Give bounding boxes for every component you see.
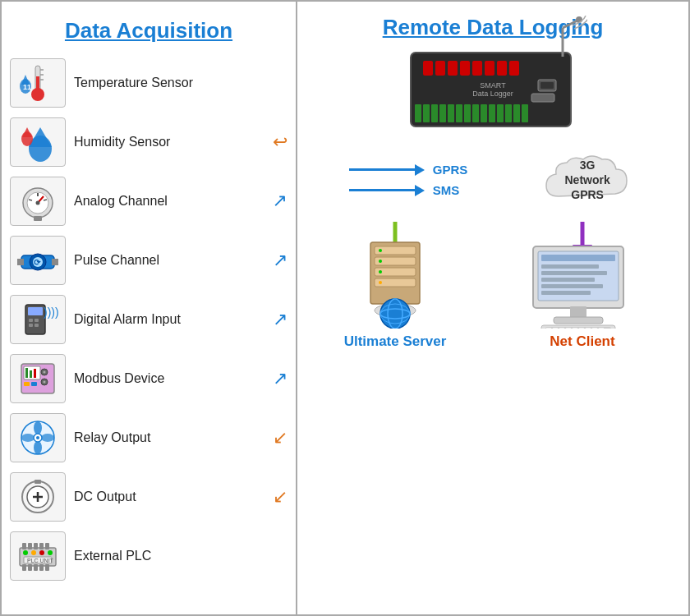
cloud-shape: 3G Network GPRS	[538, 151, 637, 209]
svg-rect-44	[31, 382, 37, 386]
svg-rect-85	[509, 61, 519, 76]
svg-rect-2	[36, 76, 39, 93]
dc-output-icon-box	[10, 472, 66, 522]
svg-point-114	[379, 270, 382, 274]
svg-rect-96	[464, 104, 471, 122]
dc-output-label: DC Output	[74, 490, 269, 504]
network-line1: 3G Network	[564, 159, 610, 186]
svg-point-71	[48, 550, 53, 555]
svg-rect-141	[586, 328, 591, 329]
client-visual	[517, 222, 648, 329]
digital-arrow-icon: ↗	[273, 309, 288, 330]
svg-rect-25	[17, 259, 24, 265]
cloud-text: 3G Network GPRS	[563, 158, 612, 203]
svg-rect-126	[541, 264, 599, 269]
svg-rect-137	[559, 328, 564, 329]
relay-output-label: Relay Output	[74, 430, 269, 445]
svg-rect-98	[481, 104, 487, 122]
list-item: Humidity Sensor ↩	[10, 116, 288, 168]
list-item: Modbus Device ↗	[10, 352, 288, 405]
svg-point-46	[34, 421, 42, 434]
svg-rect-102	[513, 104, 520, 122]
svg-text:SMART: SMART	[480, 81, 506, 90]
sms-arrow-row: SMS	[349, 183, 468, 197]
sms-arrow	[349, 185, 425, 196]
svg-rect-81	[460, 61, 470, 76]
svg-rect-90	[415, 104, 421, 122]
temperature-sensor-icon: 11	[17, 62, 58, 104]
svg-rect-91	[423, 104, 430, 122]
svg-rect-143	[599, 328, 604, 329]
svg-rect-132	[554, 317, 603, 324]
svg-rect-130	[541, 291, 591, 295]
svg-rect-78	[423, 61, 433, 76]
computer-svg	[517, 238, 640, 329]
svg-rect-103	[522, 104, 528, 122]
svg-rect-56	[34, 480, 41, 484]
relay-output-icon	[17, 416, 58, 459]
svg-text:11: 11	[23, 83, 31, 91]
digital-alarm-icon-box: ))))	[10, 295, 66, 344]
gprs-arrow	[349, 164, 425, 176]
svg-rect-60	[34, 543, 38, 549]
svg-rect-104	[531, 94, 554, 102]
left-title: Data Acquisition	[2, 10, 296, 57]
list-item: )))) Digital Alarm Input ↗	[10, 293, 288, 346]
svg-rect-129	[541, 284, 603, 288]
list-item: DC Output ↙	[10, 471, 288, 523]
gprs-label: GPRS	[433, 163, 468, 177]
digital-alarm-label: Digital Alarm Input	[74, 312, 269, 327]
pulse-channel-label: Pulse Channel	[74, 253, 269, 268]
list-item: ⟳ Pulse Channel ↗	[10, 234, 288, 287]
sms-label: SMS	[433, 183, 460, 197]
svg-text:Data Logger: Data Logger	[472, 90, 513, 98]
transmission-area: GPRS SMS 3G Network	[306, 151, 680, 209]
arrows-column: GPRS SMS	[349, 163, 468, 197]
server-visual	[338, 222, 453, 329]
svg-point-42	[44, 381, 46, 384]
modbus-device-icon	[17, 357, 58, 400]
svg-rect-142	[592, 328, 597, 329]
svg-rect-58	[22, 543, 26, 549]
ultimate-server-item: Ultimate Server	[338, 222, 453, 350]
svg-text:⟳: ⟳	[34, 258, 41, 267]
svg-rect-33	[34, 324, 39, 327]
gprs-arrow-row: GPRS	[349, 163, 468, 177]
svg-rect-127	[541, 271, 607, 275]
external-plc-icon: PLC UNIT	[17, 535, 58, 577]
list-item: PLC UNIT External PLC	[10, 530, 288, 582]
net-client-label: Net Client	[550, 333, 614, 350]
svg-point-47	[41, 434, 54, 442]
svg-rect-59	[28, 543, 32, 549]
svg-rect-37	[30, 370, 32, 378]
svg-rect-101	[505, 104, 512, 122]
analog-arrow-icon: ↙	[273, 191, 288, 212]
svg-rect-30	[29, 319, 33, 322]
svg-rect-131	[570, 306, 586, 318]
svg-rect-20	[34, 216, 42, 221]
svg-point-19	[36, 201, 40, 205]
server-tower-svg	[354, 238, 436, 329]
svg-rect-92	[431, 104, 438, 122]
svg-rect-79	[435, 61, 445, 76]
humidity-sensor-label: Humidity Sensor	[74, 135, 269, 149]
data-logger-device: SMART Data Logger	[407, 48, 579, 135]
svg-rect-28	[28, 307, 43, 315]
bottom-row: Ultimate Server	[306, 222, 680, 606]
svg-rect-84	[497, 61, 507, 76]
svg-rect-135	[546, 328, 551, 329]
analog-channel-label: Analog Channel	[74, 194, 269, 209]
svg-point-112	[379, 249, 382, 252]
svg-rect-139	[573, 328, 577, 329]
dc-arrow-icon: ↙	[273, 486, 288, 508]
svg-point-117	[380, 299, 410, 329]
svg-point-70	[39, 550, 44, 555]
svg-rect-64	[28, 564, 32, 571]
svg-point-40	[44, 371, 46, 374]
svg-rect-125	[541, 255, 615, 261]
device-row: SMART Data Logger	[306, 48, 680, 138]
relay-arrow-icon: ↙	[273, 427, 288, 448]
svg-text:)))): ))))	[44, 306, 58, 319]
svg-rect-62	[45, 543, 49, 549]
list-item: 11 Temperature Sensor	[10, 57, 288, 109]
